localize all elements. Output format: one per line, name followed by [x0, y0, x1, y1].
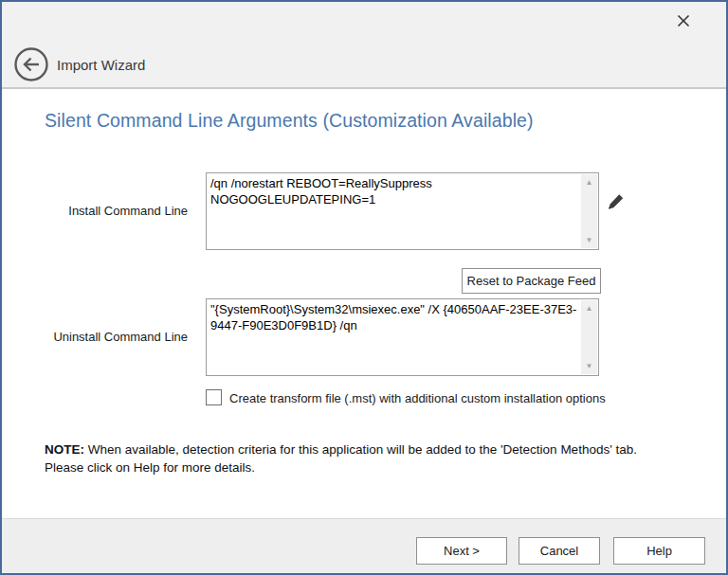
install-scrollbar[interactable]: ▲ ▼: [581, 174, 597, 248]
window-title: Import Wizard: [57, 57, 145, 73]
create-transform-checkbox[interactable]: [206, 389, 222, 405]
header-bar: Import Wizard: [2, 2, 726, 89]
note-label: NOTE:: [45, 442, 84, 457]
edit-command-button[interactable]: [605, 188, 628, 218]
next-button[interactable]: Next >: [416, 537, 507, 565]
cancel-button[interactable]: Cancel: [519, 537, 600, 565]
install-command-label: Install Command Line: [40, 204, 188, 218]
pencil-icon: [606, 205, 627, 219]
scroll-up-icon[interactable]: ▲: [581, 300, 597, 316]
note-line2: Please click on Help for more details.: [45, 460, 255, 475]
scroll-down-icon[interactable]: ▼: [581, 358, 597, 374]
note-text: NOTE: When available, detection criteria…: [45, 440, 680, 476]
create-transform-label: Create transform file (.mst) with additi…: [229, 391, 606, 405]
uninstall-scrollbar[interactable]: ▲ ▼: [581, 300, 597, 374]
back-button[interactable]: [13, 46, 49, 82]
scroll-up-icon[interactable]: ▲: [581, 174, 597, 190]
install-command-input[interactable]: /qn /norestart REBOOT=ReallySuppress NOG…: [206, 172, 599, 250]
reset-to-package-feed-button[interactable]: Reset to Package Feed: [462, 268, 601, 294]
note-line1: When available, detection criteria for t…: [88, 442, 637, 457]
install-command-text: /qn /norestart REBOOT=ReallySuppress NOG…: [207, 173, 581, 249]
uninstall-command-label: Uninstall Command Line: [40, 330, 188, 344]
help-button[interactable]: Help: [613, 537, 705, 565]
back-arrow-icon: [13, 71, 49, 85]
scroll-down-icon[interactable]: ▼: [581, 232, 597, 248]
uninstall-command-input[interactable]: "{SystemRoot}\System32\msiexec.exe" /X {…: [206, 298, 599, 376]
uninstall-command-text: "{SystemRoot}\System32\msiexec.exe" /X {…: [207, 299, 581, 375]
page-title: Silent Command Line Arguments (Customiza…: [45, 110, 534, 132]
close-button[interactable]: [671, 9, 696, 34]
import-wizard-dialog: Import Wizard Silent Command Line Argume…: [0, 0, 728, 575]
close-icon: [676, 13, 691, 31]
